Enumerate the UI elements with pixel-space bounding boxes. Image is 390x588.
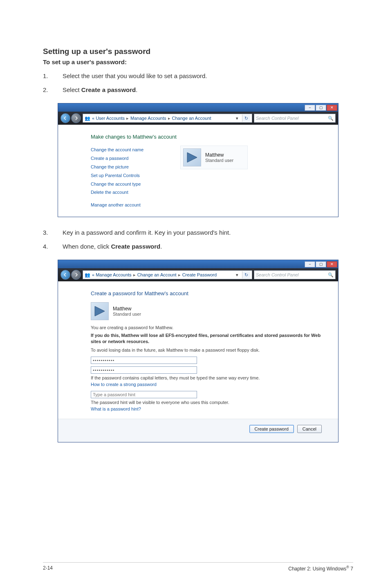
window-body: Create a password for Matthew's account … xyxy=(58,281,338,442)
explorer-navbar: 👥 « User Accounts ▸ Manage Accounts ▸ Ch… xyxy=(58,112,338,125)
user-role: Standard user xyxy=(205,158,233,163)
step-1: 1. Select the user that you would like t… xyxy=(43,71,353,81)
user-name: Matthew xyxy=(113,306,141,312)
user-avatar-icon xyxy=(186,151,199,164)
link-strong-password[interactable]: How to create a strong password xyxy=(91,382,322,387)
link-create-password[interactable]: Create a password xyxy=(91,154,143,163)
user-tile: Matthew Standard user xyxy=(91,302,322,320)
address-dropdown[interactable]: ▾ xyxy=(234,272,240,278)
section-heading: Setting up a user's password xyxy=(43,47,353,56)
floppy-note: To avoid losing data in the future, ask … xyxy=(91,348,322,352)
address-bar[interactable]: 👥 « Manage Accounts ▸ Change an Account … xyxy=(83,270,252,279)
chevron-right-icon: ▸ xyxy=(178,272,181,278)
page-title: Create a password for Matthew's account xyxy=(91,290,322,296)
arrow-right-icon xyxy=(74,116,78,120)
breadcrumb[interactable]: Change an Account xyxy=(172,116,211,121)
cancel-button[interactable]: Cancel xyxy=(297,425,322,433)
refresh-button[interactable]: ↻ xyxy=(242,114,250,122)
step-text: When done, click Create password. xyxy=(63,242,353,251)
step-number: 3. xyxy=(43,228,63,238)
chevron-right-icon: ▸ xyxy=(168,116,170,121)
step-2: 2. Select Create a password. xyxy=(43,85,353,95)
explorer-navbar: 👥 « Manage Accounts ▸ Change an Account … xyxy=(58,268,338,281)
step-number: 4. xyxy=(43,242,63,251)
breadcrumb[interactable]: « Manage Accounts xyxy=(92,272,132,277)
back-button[interactable] xyxy=(61,270,70,280)
step-text: Select Create a password. xyxy=(63,85,353,95)
dialog-button-row: Create password Cancel xyxy=(58,419,338,442)
explorer-window: − ▢ ✕ 👥 « User Accounts ▸ Manage Account… xyxy=(58,103,338,217)
back-button[interactable] xyxy=(61,113,70,123)
link-change-name[interactable]: Change the account name xyxy=(91,146,143,154)
address-dropdown[interactable]: ▾ xyxy=(234,115,240,121)
steps-list-b: 3. Key in a password and confirm it. Key… xyxy=(43,228,353,251)
new-password-field[interactable] xyxy=(91,357,197,364)
link-change-picture[interactable]: Change the picture xyxy=(91,163,143,171)
search-input[interactable]: Search Control Panel 🔍 xyxy=(254,270,336,279)
maximize-button[interactable]: ▢ xyxy=(316,261,326,267)
search-input[interactable]: Search Control Panel 🔍 xyxy=(254,114,336,123)
forward-button[interactable] xyxy=(71,113,81,123)
window-titlebar: − ▢ ✕ xyxy=(58,103,338,112)
step-text: Select the user that you would like to s… xyxy=(63,71,353,81)
window-titlebar: − ▢ ✕ xyxy=(58,260,338,268)
avatar xyxy=(91,302,109,320)
user-name: Matthew xyxy=(205,152,233,158)
hint-visibility-note: The password hint will be visible to eve… xyxy=(91,400,322,405)
users-icon: 👥 xyxy=(85,272,90,278)
user-role: Standard user xyxy=(113,312,141,316)
creating-password-note: You are creating a password for Matthew. xyxy=(91,325,322,330)
step-3: 3. Key in a password and confirm it. Key… xyxy=(43,228,353,238)
users-icon: 👥 xyxy=(85,116,90,121)
arrow-left-icon xyxy=(63,273,67,277)
create-password-button[interactable]: Create password xyxy=(249,425,294,433)
step-number: 2. xyxy=(43,85,63,95)
capitals-note: If the password contains capital letters… xyxy=(91,375,322,380)
screenshot-change-account: − ▢ ✕ 👥 « User Accounts ▸ Manage Account… xyxy=(58,103,338,217)
user-meta: Matthew Standard user xyxy=(205,152,233,163)
breadcrumb[interactable]: Create Password xyxy=(182,272,217,277)
forward-button[interactable] xyxy=(71,270,81,280)
user-meta: Matthew Standard user xyxy=(113,306,141,316)
link-change-type[interactable]: Change the account type xyxy=(91,180,143,189)
arrow-right-icon xyxy=(74,273,78,277)
search-placeholder: Search Control Panel xyxy=(256,116,299,121)
breadcrumb[interactable]: Manage Accounts xyxy=(130,116,166,121)
breadcrumb[interactable]: Change an Account xyxy=(137,272,177,277)
password-hint-field[interactable] xyxy=(91,391,197,398)
step-4: 4. When done, click Create password. xyxy=(43,242,353,251)
explorer-window: − ▢ ✕ 👥 « Manage Accounts ▸ Change an Ac… xyxy=(58,260,338,442)
close-button[interactable]: ✕ xyxy=(327,261,337,267)
steps-list-a: 1. Select the user that you would like t… xyxy=(43,71,353,95)
search-placeholder: Search Control Panel xyxy=(256,272,299,277)
step-text: Key in a password and confirm it. Key in… xyxy=(63,228,353,238)
close-button[interactable]: ✕ xyxy=(327,105,337,111)
screenshot-create-password: − ▢ ✕ 👥 « Manage Accounts ▸ Change an Ac… xyxy=(58,260,338,442)
link-delete-account[interactable]: Delete the account xyxy=(91,188,143,197)
efs-warning: If you do this, Matthew will lose all EF… xyxy=(91,332,322,344)
avatar xyxy=(183,148,201,166)
minimize-button[interactable]: − xyxy=(305,105,315,111)
address-bar[interactable]: 👥 « User Accounts ▸ Manage Accounts ▸ Ch… xyxy=(83,114,252,123)
window-body: Make changes to Matthew's account Change… xyxy=(58,125,338,217)
step-number: 1. xyxy=(43,71,63,81)
maximize-button[interactable]: ▢ xyxy=(316,105,326,111)
confirm-password-field[interactable] xyxy=(91,366,197,374)
page-title: Make changes to Matthew's account xyxy=(91,134,322,140)
link-manage-another[interactable]: Manage another account xyxy=(91,201,143,209)
arrow-left-icon xyxy=(63,116,67,120)
section-subheading: To set up a user's password: xyxy=(43,58,353,65)
link-parental-controls[interactable]: Set up Parental Controls xyxy=(91,171,143,180)
search-icon: 🔍 xyxy=(328,116,334,121)
minimize-button[interactable]: − xyxy=(305,261,315,267)
user-tile: Matthew Standard user xyxy=(180,146,248,169)
search-icon: 🔍 xyxy=(328,272,334,278)
chevron-right-icon: ▸ xyxy=(133,272,136,278)
chevron-right-icon: ▸ xyxy=(126,116,129,121)
breadcrumb[interactable]: « User Accounts xyxy=(92,116,125,121)
account-action-list: Change the account name Create a passwor… xyxy=(91,146,143,209)
link-what-is-hint[interactable]: What is a password hint? xyxy=(91,406,322,411)
refresh-button[interactable]: ↻ xyxy=(242,271,250,278)
user-avatar-icon xyxy=(93,305,106,318)
